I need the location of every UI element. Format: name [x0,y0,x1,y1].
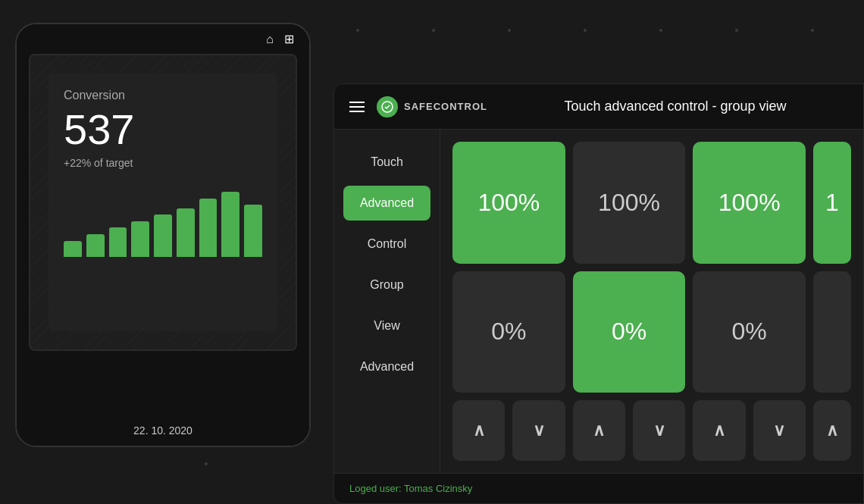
grid-cell-r1-2[interactable]: 100% [573,142,686,264]
decorative-dot [432,29,435,32]
grid-row-1: 100% 100% 100% 1 [452,142,851,264]
bar-chart [64,192,262,260]
grid-cell-r2-3[interactable]: 0% [693,271,806,393]
bar-3 [109,227,127,257]
grid-cell-r2-1[interactable]: 0% [452,271,565,393]
bar-1 [64,241,82,258]
grid-cell-r1-1[interactable]: 100% [452,142,565,264]
decorative-dot [735,29,738,32]
home-icon[interactable]: ⌂ [266,33,274,46]
hamburger-line-1 [349,102,365,103]
decorative-dot [811,29,814,32]
arrow-up-2[interactable] [573,400,625,461]
arrow-up-3[interactable] [693,400,745,461]
conversion-label: Conversion [64,89,262,102]
grid-cell-r2-2[interactable]: 0% [573,271,686,393]
logo-icon [377,96,398,117]
sidebar-item-touch[interactable]: Touch [343,145,430,180]
conversion-target: +22% of target [64,157,262,169]
grid-cell-r1-4[interactable]: 1 [813,142,851,264]
arrow-up-1[interactable] [452,400,505,461]
bar-4 [131,221,149,257]
sidebar-item-advanced[interactable]: Advanced [343,186,430,221]
main-grid: 100% 100% 100% 1 0% 0% 0% [440,130,863,473]
app-statusbar: Loged user: Tomas Cizinsky [334,473,863,503]
bar-9 [244,205,262,257]
grid-row-2: 0% 0% 0% [452,271,851,393]
logo-svg [380,100,394,114]
device-date: 22. 10. 2020 [17,415,309,446]
arrow-up-4[interactable] [813,400,851,461]
right-app-panel: SAFECONTROL Touch advanced control - gro… [333,83,864,504]
arrow-down-2[interactable] [633,400,685,461]
app-title: Touch advanced control - group view [502,99,848,114]
logo-text: SAFECONTROL [404,101,487,112]
device-top-bar: ⌂ ⊞ [17,24,309,54]
grid-cell-r2-4[interactable] [813,271,851,393]
decorative-dot [205,462,208,465]
arrow-row [452,400,851,461]
bar-5 [154,214,172,257]
bar-2 [86,234,105,257]
app-header: SAFECONTROL Touch advanced control - gro… [334,84,863,130]
logged-user-text: Loged user: Tomas Cizinsky [349,483,472,494]
app-content: Touch Advanced Control Group View Advanc… [334,130,863,473]
decorative-dot [584,29,587,32]
bar-7 [199,199,218,257]
screen-content: Conversion 537 +22% of target [49,74,277,331]
sidebar-item-advanced2[interactable]: Advanced [343,349,430,384]
arrow-down-1[interactable] [512,400,565,461]
hamburger-menu-button[interactable] [349,102,365,112]
hamburger-line-2 [349,106,365,108]
app-logo: SAFECONTROL [377,96,487,117]
sidebar-nav: Touch Advanced Control Group View Advanc… [334,130,440,473]
sidebar-item-control[interactable]: Control [343,227,430,261]
grid-cell-r1-3[interactable]: 100% [693,142,806,264]
sidebar-item-group[interactable]: Group [343,268,430,302]
arrow-down-3[interactable] [753,400,806,461]
conversion-value: 537 [64,108,262,151]
bar-8 [221,192,239,257]
decorative-dot [659,29,662,32]
device-screen: Conversion 537 +22% of target [29,54,297,351]
settings-icon[interactable]: ⊞ [284,32,294,46]
bar-6 [177,208,195,258]
decorative-dot [356,29,359,32]
left-device-panel: ⌂ ⊞ Conversion 537 +22% of target 22. 10… [15,23,311,447]
hamburger-line-3 [349,111,365,112]
sidebar-item-view[interactable]: View [343,308,430,343]
decorative-dot [508,29,511,32]
